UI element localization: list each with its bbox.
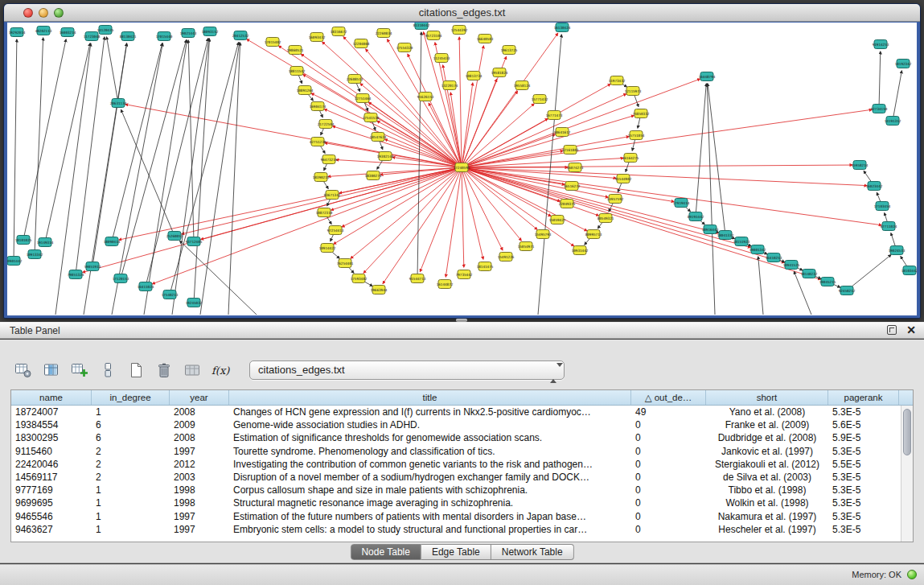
float-panel-icon[interactable] — [887, 325, 897, 335]
graph-node[interactable]: 18316672 — [331, 27, 347, 36]
graph-node[interactable]: 11245433 — [433, 54, 450, 63]
network-canvas[interactable]: 1724059517015402198605211609343218316672… — [7, 23, 917, 315]
graph-node[interactable]: 76254401 — [337, 259, 354, 268]
graph-node[interactable]: 59051913 — [84, 262, 101, 271]
graph-node[interactable]: 18141475 — [477, 262, 494, 271]
graph-node[interactable]: 93712405 — [186, 237, 203, 246]
close-panel-icon[interactable]: ✕ — [906, 324, 916, 336]
graph-node[interactable]: 88130421 — [120, 32, 137, 41]
column-header-year[interactable]: year — [170, 390, 229, 405]
graph-node[interactable]: 16164275 — [622, 154, 639, 163]
graph-node[interactable]: 16771473 — [546, 111, 563, 120]
graph-node[interactable]: 16448794 — [699, 72, 716, 81]
table-row[interactable]: 911546021997Tourette syndrome. Phenomeno… — [11, 445, 901, 458]
table-row[interactable]: 1938455462009Genome-wide association stu… — [11, 418, 901, 431]
graph-node[interactable]: 19045215 — [819, 278, 836, 286]
graph-node[interactable]: 22049375 — [559, 200, 576, 208]
column-header-out_de[interactable]: △ out_de… — [631, 390, 706, 405]
graph-node[interactable]: 17015402 — [265, 38, 281, 47]
graph-node[interactable]: 19021443 — [180, 29, 197, 38]
table-row[interactable]: 1456911722003Disruption of a novel membe… — [11, 471, 901, 484]
tab-network-table[interactable]: Network Table — [491, 544, 574, 560]
graph-node[interactable]: 19001342 — [749, 245, 766, 254]
graph-node[interactable]: 18041332 — [717, 231, 734, 240]
graph-node[interactable]: 92734150 — [871, 105, 888, 113]
graph-node[interactable]: 10872310 — [316, 208, 333, 217]
graph-node[interactable]: 95723104 — [425, 31, 442, 40]
graph-node[interactable]: 10913342 — [27, 250, 43, 259]
graph-node[interactable]: 19613725 — [501, 46, 518, 55]
graph-node[interactable]: 15958214 — [852, 161, 869, 170]
window-titlebar[interactable]: citations_edges.txt — [4, 4, 920, 22]
graph-node[interactable]: 18151923 — [733, 237, 750, 246]
table-row[interactable]: 946554611997Estimation of the future num… — [11, 510, 901, 523]
graph-node[interactable]: 92450212 — [839, 286, 856, 295]
show-columns-button[interactable] — [41, 360, 62, 381]
table-row[interactable]: 1872400712008Changes of HCN gene express… — [11, 406, 901, 418]
graph-node[interactable]: 79735442 — [456, 270, 473, 279]
graph-node[interactable]: 17554320 — [396, 43, 413, 52]
graph-node[interactable]: 17593482 — [351, 274, 368, 283]
graph-node[interactable]: 96473215 — [321, 155, 338, 164]
graph-node[interactable]: 79051324 — [68, 270, 84, 279]
graph-node[interactable]: 11973432 — [609, 76, 626, 85]
graph-node[interactable]: 16640503 — [477, 35, 494, 43]
graph-node[interactable]: 15751054 — [628, 131, 645, 140]
graph-node[interactable]: 91914253 — [873, 40, 889, 49]
graph-node[interactable]: 19149314 — [37, 238, 54, 247]
graph-node[interactable]: 12751464 — [355, 94, 372, 103]
graph-node[interactable]: 16411024 — [138, 282, 154, 291]
select-rows-button[interactable] — [97, 360, 118, 381]
graph-node[interactable]: 17540213 — [162, 290, 179, 299]
graph-node[interactable]: 91544713 — [409, 274, 426, 283]
graph-node[interactable]: 17919414 — [673, 199, 690, 208]
graph-node[interactable]: 18547624 — [370, 133, 387, 142]
graph-node[interactable]: 18916443 — [702, 225, 719, 234]
graph-node[interactable]: 19663944 — [371, 286, 388, 295]
graph-node[interactable]: 17120153 — [113, 274, 129, 283]
graph-node[interactable]: 21722504 — [318, 120, 335, 129]
tab-node-table[interactable]: Node Table — [350, 544, 421, 560]
graph-node[interactable]: 15771432 — [532, 95, 548, 104]
graph-node[interactable]: 16410253 — [766, 253, 782, 262]
graph-node[interactable]: 91626153 — [417, 93, 434, 101]
graph-node[interactable]: 18641612 — [554, 128, 571, 137]
graph-node[interactable]: 17015440 — [156, 32, 173, 41]
graph-node[interactable]: 18101025 — [15, 236, 32, 245]
column-header-name[interactable]: name — [11, 390, 92, 405]
graph-node[interactable]: 11723048 — [84, 32, 101, 41]
graph-node[interactable]: 10813734 — [466, 72, 483, 80]
graph-node[interactable]: 19302144 — [377, 152, 394, 161]
graph-node[interactable]: 14957592 — [607, 195, 624, 204]
table-row[interactable]: 1830029562008Estimation of significance … — [11, 431, 901, 444]
graph-node[interactable]: 97254413 — [327, 226, 344, 235]
graph-node[interactable]: 19024533 — [889, 246, 906, 255]
graph-node[interactable]: 15054971 — [518, 242, 535, 251]
column-header-title[interactable]: title — [229, 390, 631, 405]
graph-node[interactable]: 12115973 — [625, 87, 642, 96]
graph-node[interactable]: 20412532 — [232, 31, 249, 40]
graph-node[interactable]: 10941525 — [783, 261, 800, 270]
graph-node[interactable]: 17240595 — [454, 163, 470, 172]
graph-node[interactable]: 18390215 — [313, 173, 330, 182]
graph-node[interactable]: 19292014 — [9, 28, 26, 37]
graph-node[interactable]: 80549321 — [598, 214, 614, 223]
graph-node[interactable]: 10891264 — [297, 86, 314, 95]
table-row[interactable]: 977716911998Corpus callosum shape and si… — [11, 484, 901, 496]
new-document-button[interactable] — [125, 360, 146, 381]
table-mode-button[interactable] — [13, 360, 34, 381]
tab-edge-table[interactable]: Edge Table — [421, 544, 491, 560]
graph-node[interactable]: 15491226 — [498, 253, 515, 262]
graph-node[interactable]: 10931442 — [572, 246, 589, 255]
table-row[interactable]: 969969511998Structural magnetic resonanc… — [11, 496, 901, 509]
graph-node[interactable]: 16003214 — [60, 28, 76, 37]
graph-node[interactable]: 89191442 — [688, 212, 704, 221]
graph-node[interactable]: 67711024 — [881, 222, 897, 231]
graph-node[interactable]: 18090414 — [104, 237, 121, 246]
graph-node[interactable]: 25260051 — [166, 232, 183, 241]
graph-node[interactable]: 13220174 — [441, 81, 458, 90]
graph-node[interactable]: 80995713 — [585, 230, 602, 239]
table-row[interactable]: 2242004622012Investigating the contribut… — [11, 458, 901, 471]
graph-node[interactable]: 16516272 — [564, 182, 581, 191]
graph-node[interactable]: 16144872 — [437, 280, 454, 289]
